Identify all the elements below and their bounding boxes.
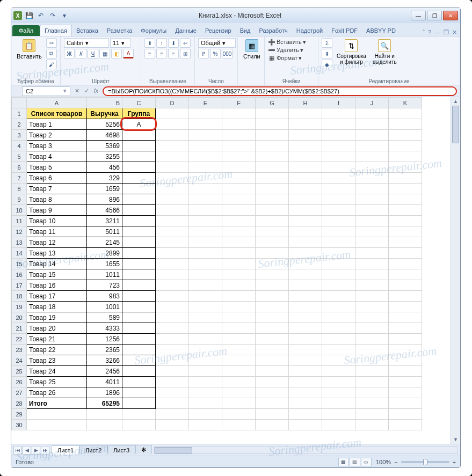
col-header-J[interactable]: J — [355, 98, 389, 108]
cell-group[interactable] — [122, 226, 156, 237]
cell[interactable] — [256, 248, 289, 259]
cell[interactable] — [355, 141, 389, 151]
workbook-max-icon[interactable]: ❐ — [444, 29, 449, 36]
view-break-icon[interactable]: ▭ — [361, 458, 372, 466]
cell[interactable] — [222, 259, 256, 269]
tab-developer[interactable]: Разработч — [255, 25, 292, 36]
cell-group[interactable] — [122, 130, 156, 141]
cell-product[interactable]: Товар 15 — [27, 269, 87, 280]
cell-group[interactable] — [122, 216, 156, 226]
cell[interactable] — [156, 194, 189, 205]
cell[interactable] — [222, 205, 256, 216]
cell[interactable] — [389, 312, 422, 323]
cell[interactable] — [289, 248, 322, 259]
cell-group[interactable] — [122, 323, 156, 334]
cell-revenue[interactable]: 2365 — [87, 345, 122, 355]
cell[interactable] — [189, 216, 222, 226]
cell[interactable] — [156, 398, 189, 409]
row-header-11[interactable]: 11 — [12, 216, 27, 226]
cell-product[interactable]: Товар 17 — [27, 291, 87, 302]
fx-icon[interactable]: fx — [92, 87, 100, 94]
cell[interactable] — [189, 334, 222, 345]
cell[interactable] — [156, 119, 189, 130]
cell[interactable] — [322, 323, 355, 334]
cell[interactable] — [322, 141, 355, 151]
cell[interactable] — [156, 248, 189, 259]
cell-group[interactable] — [122, 312, 156, 323]
select-all-cell[interactable] — [12, 98, 27, 108]
cell[interactable] — [389, 269, 422, 280]
row-header-22[interactable]: 22 — [12, 334, 27, 345]
cell-revenue[interactable]: 5011 — [87, 226, 122, 237]
cell-group[interactable] — [122, 345, 156, 355]
cell[interactable] — [156, 269, 189, 280]
cell[interactable] — [156, 259, 189, 269]
cell[interactable] — [189, 162, 222, 173]
col-header-D[interactable]: D — [156, 98, 189, 108]
cell[interactable] — [355, 355, 389, 366]
row-header-19[interactable]: 19 — [12, 302, 27, 312]
cell[interactable] — [355, 119, 389, 130]
underline-button[interactable]: Ч — [88, 49, 98, 58]
cell[interactable] — [355, 323, 389, 334]
cell-revenue[interactable]: 2456 — [87, 366, 122, 377]
cell[interactable] — [256, 205, 289, 216]
cell[interactable] — [289, 141, 322, 151]
cell-group[interactable] — [122, 205, 156, 216]
sheet-nav-prev-icon[interactable]: ◀ — [23, 446, 31, 455]
cell[interactable] — [256, 141, 289, 151]
cell[interactable] — [256, 398, 289, 409]
cell[interactable] — [389, 205, 422, 216]
fill-icon[interactable]: ⬍ — [322, 49, 332, 58]
cell-group[interactable] — [122, 194, 156, 205]
col-header-H[interactable]: H — [289, 98, 322, 108]
cell[interactable] — [256, 409, 289, 420]
styles-button[interactable]: ▦ Стили — [241, 38, 263, 61]
file-tab[interactable]: Файл — [12, 25, 40, 36]
cell[interactable] — [222, 302, 256, 312]
cell[interactable] — [389, 237, 422, 248]
row-header-30[interactable]: 30 — [12, 420, 27, 430]
cell[interactable] — [189, 205, 222, 216]
cell[interactable] — [389, 194, 422, 205]
copy-icon[interactable]: ⧉ — [46, 49, 57, 58]
cell[interactable] — [289, 173, 322, 184]
cell[interactable] — [222, 269, 256, 280]
cell[interactable] — [256, 151, 289, 162]
sheet-nav-last-icon[interactable]: ⏭ — [41, 446, 49, 455]
cell[interactable] — [355, 345, 389, 355]
col-header-B[interactable]: B — [87, 98, 122, 108]
cell-product[interactable]: Товар 20 — [27, 323, 87, 334]
cell[interactable] — [189, 345, 222, 355]
cell-revenue[interactable]: 4698 — [87, 130, 122, 141]
header-group[interactable]: Группа — [122, 108, 156, 119]
cell[interactable] — [289, 269, 322, 280]
cell[interactable] — [222, 226, 256, 237]
cell-group[interactable] — [122, 162, 156, 173]
cell[interactable] — [156, 226, 189, 237]
find-select-button[interactable]: 🔍 Найти и выделить — [371, 38, 399, 66]
cell[interactable] — [189, 291, 222, 302]
cell[interactable] — [222, 248, 256, 259]
tab-formulas[interactable]: Формулы — [136, 25, 171, 36]
cell[interactable] — [256, 312, 289, 323]
cell[interactable] — [355, 377, 389, 387]
cell[interactable] — [222, 130, 256, 141]
cell-group[interactable] — [122, 269, 156, 280]
cell[interactable] — [27, 420, 87, 430]
cell[interactable] — [322, 366, 355, 377]
cell[interactable] — [355, 366, 389, 377]
cell-group[interactable] — [122, 377, 156, 387]
cell-product[interactable]: Товар 12 — [27, 237, 87, 248]
cell[interactable] — [156, 216, 189, 226]
cell-product[interactable]: Итого — [27, 398, 87, 409]
cell[interactable] — [322, 334, 355, 345]
cell[interactable] — [322, 108, 355, 119]
cell[interactable] — [189, 269, 222, 280]
cell[interactable] — [256, 216, 289, 226]
cell[interactable] — [389, 334, 422, 345]
cell-revenue[interactable]: 4333 — [87, 323, 122, 334]
tab-home[interactable]: Главная — [40, 25, 72, 36]
font-size-combo[interactable]: 11▾ — [110, 38, 130, 48]
cell[interactable] — [389, 387, 422, 398]
